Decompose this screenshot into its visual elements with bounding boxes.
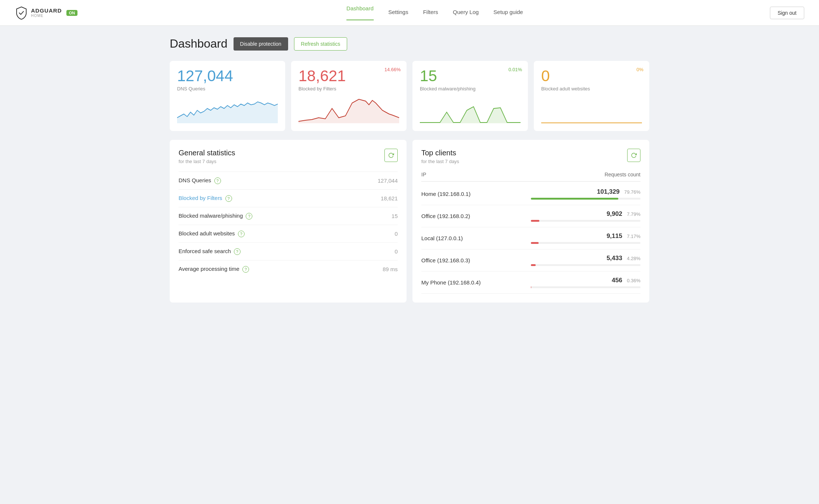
progress-bar-4 [531, 286, 531, 288]
main-content: Dashboard Disable protection Refresh sta… [151, 26, 668, 314]
help-icon-0[interactable]: ? [214, 177, 221, 184]
reload-icon-2 [631, 152, 637, 158]
general-stats-table: DNS Queries ? 127,044 Blocked by Filters… [179, 172, 398, 278]
client-right-0: 101,329 79.76% [531, 188, 640, 200]
page-header: Dashboard Disable protection Refresh sta… [170, 37, 649, 51]
stat-row-value-0: 127,044 [351, 172, 398, 190]
nav-setupguide[interactable]: Setup guide [494, 9, 523, 17]
client-name-0: Home (192.168.0.1) [421, 191, 531, 197]
stat-row-value-4: 0 [351, 243, 398, 260]
refresh-statistics-button[interactable]: Refresh statistics [294, 37, 348, 51]
stat-label-3: Blocked adult websites [541, 86, 642, 92]
stat-row-label-2: Blocked malware/phishing ? [179, 207, 351, 225]
top-clients-title-block: Top clients for the last 7 days [421, 149, 459, 164]
client-pct-2: 7.17% [627, 234, 640, 239]
general-stats-header: General statistics for the last 7 days [179, 149, 398, 164]
progress-bar-2 [531, 242, 539, 244]
bottom-section: General statistics for the last 7 days D… [170, 140, 649, 303]
general-stats-reload-button[interactable] [384, 149, 398, 162]
chart-area-3 [541, 97, 642, 123]
stat-label-2: Blocked malware/phishing [420, 86, 521, 92]
list-item: Home (192.168.0.1) 101,329 79.76% [421, 183, 640, 205]
client-count-3: 5,433 [607, 255, 622, 262]
stat-row-value-1: 18,621 [351, 190, 398, 207]
stat-value-0: 127,044 [177, 68, 278, 84]
top-clients-title: Top clients [421, 149, 459, 157]
progress-bar-3 [531, 264, 536, 266]
progress-bar-1 [531, 220, 539, 222]
stat-card-1: 14.66% 18,621 Blocked by Filters [291, 61, 407, 131]
stat-card-2: 0.01% 15 Blocked malware/phishing [412, 61, 528, 131]
client-pct-3: 4.28% [627, 256, 640, 261]
stat-row-label-1[interactable]: Blocked by Filters ? [179, 190, 351, 207]
clients-table-header: IP Requests count [421, 172, 640, 182]
progress-bar-wrap-0 [531, 198, 640, 200]
client-name-2: Local (127.0.0.1) [421, 235, 531, 241]
nav-querylog[interactable]: Query Log [453, 9, 479, 17]
nav-dashboard[interactable]: Dashboard [346, 5, 373, 20]
table-row: Blocked by Filters ? 18,621 [179, 190, 398, 207]
client-pct-4: 0.36% [627, 278, 640, 283]
help-icon-5[interactable]: ? [242, 266, 249, 273]
progress-bar-wrap-1 [531, 220, 640, 222]
list-item: Office (192.168.0.3) 5,433 4.28% [421, 249, 640, 272]
clients-list: Home (192.168.0.1) 101,329 79.76% Office… [421, 183, 640, 294]
table-row: DNS Queries ? 127,044 [179, 172, 398, 190]
brand-text: ADGUARD HOME [31, 8, 62, 18]
stat-label-0: DNS Queries [177, 86, 278, 92]
nav-settings[interactable]: Settings [388, 9, 408, 17]
top-clients-subtitle: for the last 7 days [421, 159, 459, 164]
brand-name: ADGUARD [31, 8, 62, 14]
reload-icon [388, 152, 394, 158]
stat-value-3: 0 [541, 68, 642, 84]
chart-area-0 [177, 97, 278, 123]
list-item: Local (127.0.0.1) 9,115 7.17% [421, 227, 640, 249]
help-icon-3[interactable]: ? [238, 231, 245, 237]
status-badge: ON [66, 10, 78, 16]
stat-card-0: 127,044 DNS Queries [170, 61, 285, 131]
stat-label-1: Blocked by Filters [298, 86, 399, 92]
col-requests-header: Requests count [531, 172, 640, 177]
stat-percent-3: 0% [636, 67, 643, 72]
progress-bar-0 [531, 198, 618, 200]
stat-card-3: 0% 0 Blocked adult websites [534, 61, 649, 131]
stat-row-label-4: Enforced safe search ? [179, 243, 351, 260]
nav-filters[interactable]: Filters [423, 9, 438, 17]
stat-cards: 127,044 DNS Queries 14.66% 18,621 Blocke… [170, 61, 649, 131]
brand: ADGUARD HOME ON [15, 6, 77, 20]
client-pct-0: 79.76% [624, 189, 640, 195]
disable-protection-button[interactable]: Disable protection [234, 37, 288, 51]
navbar: ADGUARD HOME ON Dashboard Settings Filte… [0, 0, 819, 26]
progress-bar-wrap-4 [531, 286, 640, 288]
top-clients-panel: Top clients for the last 7 days IP Reque… [412, 140, 649, 303]
list-item: My Phone (192.168.0.4) 456 0.36% [421, 272, 640, 294]
client-name-3: Office (192.168.0.3) [421, 257, 531, 263]
client-right-3: 5,433 4.28% [531, 255, 640, 266]
help-icon-1[interactable]: ? [225, 195, 232, 202]
help-icon-2[interactable]: ? [246, 213, 252, 220]
top-clients-reload-button[interactable] [627, 149, 640, 162]
progress-bar-wrap-2 [531, 242, 640, 244]
client-name-1: Office (192.168.0.2) [421, 213, 531, 219]
client-right-2: 9,115 7.17% [531, 232, 640, 244]
brand-logo [15, 6, 28, 20]
table-row: Blocked adult websites ? 0 [179, 225, 398, 243]
progress-bar-wrap-3 [531, 264, 640, 266]
stat-row-label-3: Blocked adult websites ? [179, 225, 351, 243]
client-count-4: 456 [612, 277, 622, 284]
general-stats-panel: General statistics for the last 7 days D… [170, 140, 407, 303]
page-title: Dashboard [170, 37, 228, 51]
client-count-2: 9,115 [607, 232, 622, 239]
stat-row-value-2: 15 [351, 207, 398, 225]
col-ip-header: IP [421, 172, 531, 177]
stat-row-label-5: Average processing time ? [179, 260, 351, 278]
client-count-1: 9,902 [607, 210, 622, 217]
table-row: Enforced safe search ? 0 [179, 243, 398, 260]
client-name-4: My Phone (192.168.0.4) [421, 279, 531, 286]
help-icon-4[interactable]: ? [234, 248, 241, 255]
signout-button[interactable]: Sign out [770, 7, 804, 19]
stat-row-label-0: DNS Queries ? [179, 172, 351, 190]
stat-row-value-5: 89 ms [351, 260, 398, 278]
general-stats-subtitle: for the last 7 days [179, 159, 235, 164]
stat-percent-2: 0.01% [508, 67, 522, 72]
